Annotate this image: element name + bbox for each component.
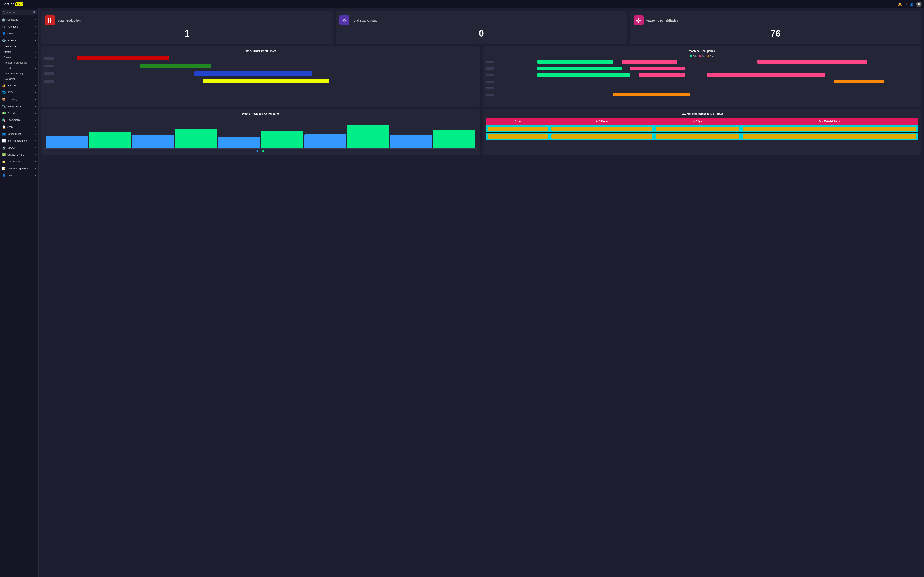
search-bar[interactable]: 🔍	[2, 10, 37, 15]
table-cell-2-2	[550, 132, 654, 140]
machine-label-2	[486, 68, 494, 70]
gantt-bar-1	[76, 56, 169, 60]
table-header-woqty: W.O Qty	[654, 118, 741, 125]
gantt-label-3	[44, 73, 54, 75]
total-production-title: Total Production	[58, 19, 81, 22]
machine-bar-6a	[613, 93, 690, 97]
sidebar-item-inventory[interactable]: 📦 Inventory ▶	[0, 95, 38, 103]
sidebar-item-npdm[interactable]: 🔬 NPDM ▶	[0, 144, 38, 151]
sidebar-item-maintenance[interactable]: 🔧 Maintenance ▶	[0, 103, 38, 110]
machine-track-3	[495, 73, 918, 77]
machine-label-4	[486, 81, 494, 83]
svg-rect-4	[48, 20, 49, 22]
sidebar-item-quality[interactable]: ✅ Quality_Control ▶	[0, 151, 38, 158]
sidebar-sub-master[interactable]: Master ▶	[0, 49, 38, 55]
grid-icon[interactable]: ⊞	[905, 2, 907, 6]
sidebar-label-account: Account	[7, 84, 16, 87]
logo: Lasting ERP	[2, 2, 23, 6]
svg-rect-11	[638, 18, 639, 20]
machine-bar-4a	[834, 80, 884, 83]
bar-green-2	[175, 129, 217, 148]
avatar[interactable]: U	[916, 2, 922, 7]
gantt-track-4	[55, 79, 477, 84]
machine-bar-1a	[537, 60, 613, 64]
total-production-value: 1	[45, 27, 329, 40]
table-cell-1-2	[550, 125, 654, 132]
recruitment-icon: 👥	[2, 132, 6, 136]
sidebar-item-ecommerce[interactable]: 🛍️ Ecommerce ▶	[0, 116, 38, 123]
bar-blue-4	[304, 134, 346, 148]
waste-chart-card: Waste Produced As Per Shift	[41, 109, 480, 155]
sidebar-item-bid[interactable]: 📊 Bid_Management ▶	[0, 137, 38, 144]
sidebar-item-payroll[interactable]: 💵 Payroll ▶	[0, 110, 38, 116]
sidebar-item-production[interactable]: ⚙️ Production ▶	[0, 37, 38, 44]
svg-rect-14	[639, 20, 641, 21]
bar-blue-2	[132, 135, 174, 148]
table-header-row: Sl no W.O Name W.O Qty Raw Material Stat…	[486, 118, 918, 125]
table-row-2	[486, 132, 918, 140]
user-icon[interactable]: 👤	[910, 2, 914, 6]
machine-legend: Bob Joe Doe	[486, 55, 918, 57]
purchase-arrow: ▶	[35, 26, 36, 28]
users-icon: 👤	[2, 174, 6, 177]
raw-material-title: Raw Material Indent To Be Raised	[486, 112, 918, 116]
sidebar: 🔍 🏢 Company ▶ 🛒 Purchase ▶ 👤 CRM ▶ ⚙️ Pr…	[0, 8, 39, 577]
sidebar-label-payroll: Payroll	[7, 111, 15, 114]
hamburger-icon[interactable]: ☰	[25, 2, 28, 6]
sidebar-label-npdm: NPDM	[7, 146, 15, 149]
sidebar-sub-prod-setting[interactable]: Production Setting	[0, 71, 38, 76]
svg-rect-1	[48, 18, 49, 20]
sidebar-item-crm[interactable]: 👤 CRM ▶	[0, 30, 38, 37]
waste-shift-value: 76	[634, 27, 918, 40]
machine-track-2	[495, 67, 918, 71]
topnav: Lasting ERP ☰ 🔔 ⊞ 👤 U	[0, 0, 924, 8]
table-header-rmstatus: Raw Material Status	[741, 118, 918, 125]
bar-group-5	[390, 130, 475, 148]
sidebar-item-item-master[interactable]: 📁 Item Master ▶	[0, 158, 38, 165]
pos-icon: 🌐	[2, 90, 6, 94]
svg-rect-17	[637, 21, 638, 22]
machine-track-6	[495, 93, 918, 97]
sidebar-sub-create[interactable]: Create ▶	[0, 55, 38, 60]
machine-track-1	[495, 60, 918, 64]
sidebar-item-amc[interactable]: 📋 AMC ▶	[0, 123, 38, 130]
sidebar-label-inventory: Inventory	[7, 98, 18, 101]
machine-row-3	[486, 72, 918, 78]
machine-label-3	[486, 74, 494, 76]
sidebar-item-account[interactable]: 💰 Account ▶	[0, 82, 38, 89]
gantt-row-1	[44, 55, 477, 62]
bell-icon[interactable]: 🔔	[898, 2, 902, 6]
svg-rect-3	[52, 18, 52, 20]
machine-bar-1b	[622, 60, 677, 64]
sidebar-sub-dashboard[interactable]: Dashboard	[0, 44, 38, 49]
sidebar-label-purchase: Purchase	[7, 25, 18, 28]
svg-rect-12	[638, 21, 639, 23]
sidebar-sub-report[interactable]: Report ▶	[0, 66, 38, 71]
bar-green-4	[347, 125, 389, 148]
purchase-icon: 🛒	[2, 25, 6, 29]
total-scap-title: Total Scap Output	[352, 19, 377, 22]
svg-rect-16	[640, 19, 640, 19]
sidebar-sub-prod-scheduling[interactable]: Production Scheduling	[0, 60, 38, 66]
table-cell-2-3	[654, 132, 741, 140]
report-arrow: ▶	[34, 67, 36, 69]
gantt-track-2	[55, 64, 477, 68]
machine-row-5	[486, 85, 918, 91]
sidebar-item-recruitment[interactable]: 👥 Recruitment ▶	[0, 130, 38, 137]
td-inner-2-3	[656, 134, 739, 139]
raw-material-card: Raw Material Indent To Be Raised Sl no W…	[483, 109, 921, 155]
waste-chart-legend	[44, 150, 477, 152]
sidebar-item-pos[interactable]: 🌐 POS ▶	[0, 89, 38, 95]
bar-green-5	[433, 130, 475, 148]
search-icon: 🔍	[33, 11, 36, 14]
sidebar-label-pos: POS	[7, 91, 13, 93]
sidebar-label-amc: AMC	[7, 126, 13, 128]
search-input[interactable]	[3, 11, 32, 14]
sidebar-item-purchase[interactable]: 🛒 Purchase ▶	[0, 23, 38, 30]
sidebar-item-users[interactable]: 👤 Users ▶	[0, 172, 38, 179]
sidebar-item-task[interactable]: 📝 Task Management ▶	[0, 165, 38, 172]
sidebar-item-company[interactable]: 🏢 Company ▶	[0, 16, 38, 23]
sidebar-sub-sale-order[interactable]: Sale Order	[0, 76, 38, 82]
svg-rect-8	[50, 22, 51, 23]
bar-chart-area	[44, 118, 477, 148]
